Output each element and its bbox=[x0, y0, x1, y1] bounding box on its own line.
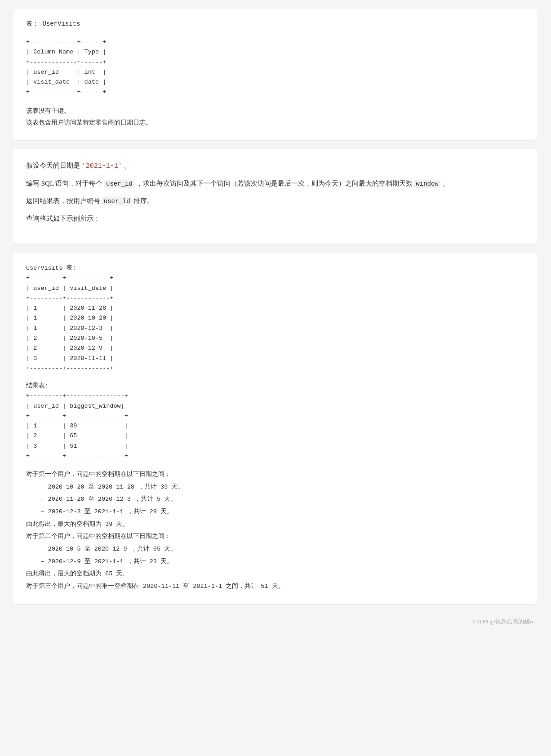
example-input-table: +---------+------------+ | user_id | vis… bbox=[26, 273, 525, 374]
window-code: window bbox=[414, 180, 440, 188]
explanations-block: 对于第一个用户，问题中的空档期在以下日期之间： – 2020-10-20 至 2… bbox=[26, 469, 525, 592]
result-table: +---------+----------------+ | user_id |… bbox=[26, 391, 525, 461]
explanation-line: – 2020-12-9 至 2021-1-1 ，共计 23 天。 bbox=[26, 556, 525, 568]
task-description: 编写 SQL 语句，对于每个 user_id ，求出每次访问及其下一个访问（若该… bbox=[26, 178, 525, 190]
schema-table: +-------------+------+ | Column Name | T… bbox=[26, 37, 525, 98]
return-description: 返回结果表，按用户编号 user_id 排序。 bbox=[26, 195, 525, 207]
explanation-line: 对于第一个用户，问题中的空档期在以下日期之间： bbox=[26, 469, 525, 480]
example-title: UserVisits 表: bbox=[26, 263, 525, 273]
schema-card: 表： UserVisits +-------------+------+ | C… bbox=[13, 9, 538, 140]
example-card: UserVisits 表: +---------+------------+ |… bbox=[13, 253, 538, 604]
date-highlight: '2021-1-1' bbox=[82, 162, 122, 170]
explanation-line: 对于第三个用户，问题中的唯一空档期在 2020-11-11 至 2021-1-1… bbox=[26, 581, 525, 592]
date-assumption: 假设今天的日期是 '2021-1-1' 。 bbox=[26, 160, 525, 172]
explanation-line: – 2020-10-5 至 2020-12-9 ，共计 65 天。 bbox=[26, 543, 525, 555]
explanation-line: 由此得出，最大的空档期为 65 天。 bbox=[26, 568, 525, 580]
userid-return-code: user_id bbox=[102, 197, 132, 205]
explanation-line: 由此得出，最大的空档期为 39 天。 bbox=[26, 519, 525, 530]
explanation-line: – 2020-12-3 至 2021-1-1 ，共计 29 天。 bbox=[26, 506, 525, 518]
task-card: 假设今天的日期是 '2021-1-1' 。 编写 SQL 语句，对于每个 use… bbox=[13, 149, 538, 244]
explanation-line: – 2020-11-28 至 2020-12-3 ，共计 5 天。 bbox=[26, 494, 525, 505]
explanation-line: 对于第二个用户，问题中的空档期在以下日期之间： bbox=[26, 531, 525, 543]
note1: 该表没有主键。 bbox=[26, 105, 525, 117]
note2: 该表包含用户访问某特定零售商的日期日志。 bbox=[26, 117, 525, 129]
explanation-line: – 2020-10-20 至 2020-11-28 ，共计 39 天。 bbox=[26, 481, 525, 493]
table-label: 表： UserVisits bbox=[26, 20, 525, 28]
format-description: 查询格式如下示例所示： bbox=[26, 213, 525, 225]
userid-code: user_id bbox=[104, 180, 134, 188]
result-label: 结果表: bbox=[26, 381, 525, 391]
footer: CSDN @化身孤岛的鲸o bbox=[13, 613, 538, 626]
